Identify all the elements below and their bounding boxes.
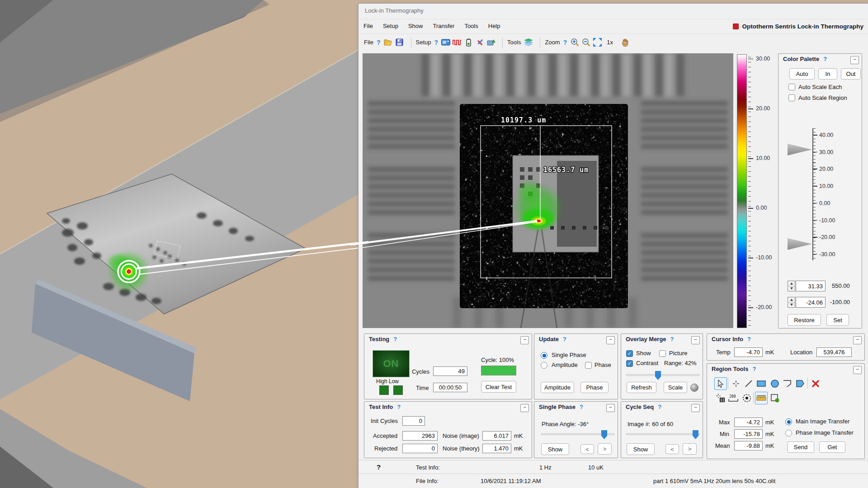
time-field[interactable]: 00:00:50 [433, 383, 467, 392]
minimize-button[interactable]: − [520, 404, 529, 412]
set-button[interactable]: Set [826, 314, 849, 326]
in-button[interactable]: In [818, 68, 837, 80]
status-help-icon[interactable]: ? [377, 463, 381, 471]
minimize-button[interactable]: − [850, 56, 859, 64]
minimize-button[interactable]: − [606, 336, 615, 344]
location-field[interactable]: 539,476 [816, 347, 852, 357]
open-file-icon[interactable] [384, 38, 393, 47]
help-icon[interactable]: ? [397, 404, 401, 410]
init-cycles-field[interactable]: 0 [402, 416, 425, 426]
region-marker-tool-icon[interactable] [769, 392, 781, 404]
help-icon[interactable]: ? [747, 336, 751, 343]
phase-image-transfer-radio[interactable] [785, 430, 792, 436]
minimize-button[interactable]: − [606, 404, 615, 412]
lower-value-field[interactable]: -24.06 [796, 297, 826, 308]
point-tool-icon[interactable] [730, 377, 742, 390]
range-slider-thumb[interactable] [655, 371, 661, 380]
delete-region-icon[interactable] [809, 377, 822, 390]
show-checkbox[interactable] [626, 350, 633, 357]
title-bar[interactable]: Lock-in Thermography [359, 4, 868, 19]
lower-value-spinner[interactable] [788, 297, 795, 308]
zoom-out-icon[interactable] [581, 38, 590, 47]
measure-200-tool-icon[interactable]: 200 [727, 392, 740, 404]
restore-button[interactable]: Restore [788, 314, 821, 326]
noise-theory-field[interactable]: 1.470 [482, 444, 511, 453]
main-image-transfer-radio[interactable] [785, 418, 792, 425]
rect-tool-icon[interactable] [755, 377, 768, 390]
menu-file[interactable]: File [359, 19, 378, 33]
minimize-button[interactable]: − [853, 366, 862, 374]
amplitude-button[interactable]: Amplitude [541, 382, 574, 393]
rejected-field[interactable]: 0 [402, 444, 438, 453]
transfer-setup-icon[interactable] [486, 38, 495, 47]
lower-limit-slider[interactable] [788, 238, 812, 250]
signal-setup-icon[interactable] [453, 38, 462, 47]
ruler-tool-icon[interactable] [755, 392, 768, 404]
target-tool-icon[interactable] [741, 392, 753, 404]
help-icon[interactable]: ? [658, 404, 661, 410]
menu-setup[interactable]: Setup [378, 19, 403, 33]
minimize-button[interactable]: − [691, 336, 700, 344]
image-view[interactable]: 10197.3 um 16563.7 um [363, 53, 733, 328]
accepted-field[interactable]: 2963 [402, 431, 438, 441]
zoom-in-icon[interactable] [570, 38, 579, 47]
minimize-button[interactable]: − [691, 404, 700, 412]
temp-field[interactable]: -4.70 [734, 347, 763, 357]
line-tool-icon[interactable] [742, 377, 755, 390]
scale-button[interactable]: Scale [664, 382, 687, 393]
help-icon[interactable]: ? [670, 336, 674, 343]
zoom-fit-icon[interactable] [593, 38, 602, 47]
help-icon[interactable]: ? [393, 336, 397, 343]
send-button[interactable]: Send [787, 441, 814, 453]
out-button[interactable]: Out [841, 68, 861, 80]
cycles-field[interactable]: 49 [433, 366, 467, 376]
select-tool-icon[interactable] [714, 377, 727, 390]
upper-limit-slider[interactable] [788, 144, 812, 155]
cycle-slider-track[interactable] [626, 433, 700, 435]
amplitude-radio[interactable] [541, 362, 547, 369]
help-icon[interactable]: ? [823, 56, 827, 62]
max-field[interactable]: -4.72 [734, 418, 763, 427]
min-field[interactable]: -15.78 [734, 429, 763, 439]
clear-test-button[interactable]: Clear Test [481, 381, 516, 393]
layers-icon[interactable] [524, 38, 533, 47]
phase-checkbox[interactable] [585, 362, 592, 369]
point-grid-tool-icon[interactable] [714, 392, 727, 404]
minimize-button[interactable]: − [853, 336, 862, 344]
help-icon[interactable]: ? [752, 366, 756, 372]
polyline-tool-icon[interactable] [781, 377, 794, 390]
tools-setup-icon[interactable] [475, 38, 484, 47]
auto-button[interactable]: Auto [789, 68, 815, 80]
battery-setup-icon[interactable] [464, 38, 473, 47]
menu-show[interactable]: Show [403, 19, 428, 33]
menu-help[interactable]: Help [483, 19, 505, 33]
contrast-checkbox[interactable] [626, 360, 633, 367]
setup-help-icon[interactable]: ? [434, 39, 439, 46]
menu-transfer[interactable]: Transfer [428, 19, 459, 33]
next-button[interactable]: > [683, 443, 697, 455]
show-button[interactable]: Show [627, 443, 655, 455]
save-file-icon[interactable] [395, 38, 404, 47]
cycle-slider-thumb[interactable] [693, 430, 698, 439]
auto-scale-region-checkbox[interactable] [788, 94, 795, 101]
next-button[interactable]: > [598, 443, 612, 455]
range-slider-track[interactable] [626, 374, 699, 376]
zoom-help-icon[interactable]: ? [563, 39, 567, 46]
upper-value-spinner[interactable] [788, 281, 795, 291]
picture-checkbox[interactable] [659, 350, 666, 357]
upper-value-field[interactable]: 31.33 [796, 281, 826, 291]
pan-hand-icon[interactable] [621, 38, 630, 47]
noise-image-field[interactable]: 6.017 [482, 431, 511, 441]
prev-button[interactable]: < [665, 444, 679, 454]
auto-scale-each-checkbox[interactable] [788, 84, 795, 90]
minimize-button[interactable]: − [520, 336, 529, 344]
prev-button[interactable]: < [580, 444, 594, 454]
show-button[interactable]: Show [541, 443, 569, 455]
phase-button[interactable]: Phase [580, 382, 609, 393]
help-icon[interactable]: ? [580, 404, 583, 410]
file-help-icon[interactable]: ? [377, 39, 381, 46]
polygon-tool-icon[interactable] [794, 377, 807, 390]
single-phase-radio[interactable] [541, 352, 547, 359]
menu-tools[interactable]: Tools [459, 19, 483, 33]
help-icon[interactable]: ? [563, 336, 566, 343]
